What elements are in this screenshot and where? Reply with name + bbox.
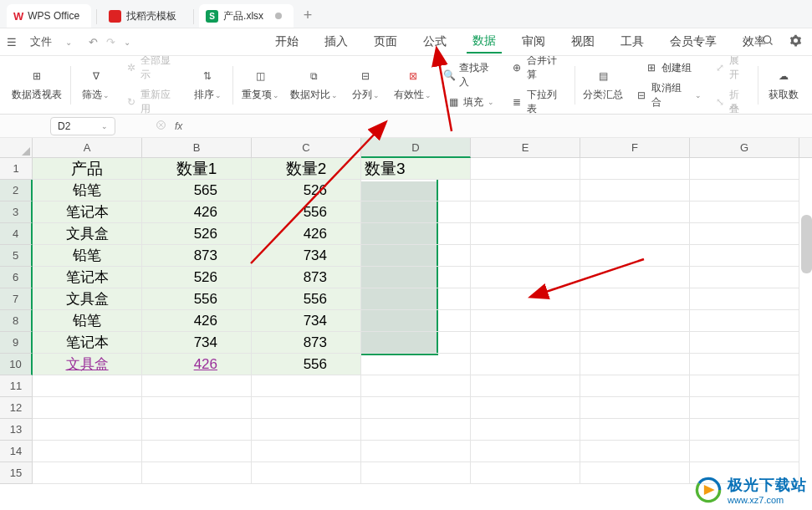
fx-icon[interactable]: fx xyxy=(175,120,182,132)
cell[interactable]: 426 xyxy=(142,201,252,223)
cell[interactable]: 734 xyxy=(252,310,361,332)
cell[interactable] xyxy=(690,310,799,332)
cell[interactable] xyxy=(361,332,471,354)
cell[interactable] xyxy=(361,223,471,245)
group-button[interactable]: ⊞创建组 xyxy=(635,61,702,75)
ungroup-button[interactable]: ⊟取消组合⌄ xyxy=(635,81,702,110)
row-header[interactable]: 15 xyxy=(0,462,33,484)
cell[interactable] xyxy=(690,354,799,375)
formula-input[interactable] xyxy=(182,117,812,135)
row-header[interactable]: 1 xyxy=(0,158,33,180)
vertical-scrollbar[interactable] xyxy=(801,215,812,273)
merge-calc-button[interactable]: ⊕合并计算 xyxy=(510,54,566,82)
cell[interactable] xyxy=(580,223,690,245)
fill-button[interactable]: ▦填充⌄ xyxy=(443,95,499,110)
row-header[interactable]: 8 xyxy=(0,310,33,332)
settings-icon[interactable] xyxy=(789,34,802,50)
cell[interactable] xyxy=(361,354,471,375)
menu-member[interactable]: 会员专享 xyxy=(664,31,723,53)
filter-button[interactable]: ∇筛选⌄ xyxy=(79,68,113,102)
menu-page[interactable]: 页面 xyxy=(368,31,403,53)
fetch-data-button[interactable]: ☁获取数 xyxy=(767,68,800,102)
cell[interactable]: 产品 xyxy=(33,158,142,180)
compare-button[interactable]: ⧉数据对比⌄ xyxy=(291,68,338,102)
cell[interactable] xyxy=(690,288,799,310)
cell[interactable] xyxy=(471,332,580,354)
reapply-button[interactable]: ↻重新应用 xyxy=(125,88,180,116)
duplicates-button[interactable]: ◫重复项⌄ xyxy=(242,68,278,102)
col-header[interactable]: G xyxy=(690,138,799,158)
cell[interactable]: 426 xyxy=(252,223,361,245)
dropdown-list-button[interactable]: ≣下拉列表 xyxy=(510,88,566,116)
find-input-button[interactable]: 🔍查找录入 xyxy=(443,61,499,89)
row-header[interactable]: 14 xyxy=(0,441,33,462)
cell[interactable] xyxy=(361,267,471,288)
col-header[interactable]: B xyxy=(142,138,252,158)
cell[interactable]: 556 xyxy=(142,288,252,310)
row-header[interactable]: 5 xyxy=(0,245,33,267)
row-header[interactable]: 7 xyxy=(0,288,33,310)
menu-formula[interactable]: 公式 xyxy=(417,31,452,53)
cell[interactable] xyxy=(580,180,690,201)
cell[interactable] xyxy=(580,288,690,310)
cell[interactable]: 734 xyxy=(142,332,252,354)
cell[interactable]: 铅笔 xyxy=(33,180,142,201)
cell[interactable] xyxy=(471,201,580,223)
col-header[interactable]: H xyxy=(799,138,812,158)
cell[interactable]: 文具盒 xyxy=(33,354,142,375)
cell[interactable]: 556 xyxy=(252,288,361,310)
row-header[interactable]: 2 xyxy=(0,180,33,201)
row-header[interactable]: 11 xyxy=(0,375,33,397)
cell[interactable] xyxy=(580,354,690,375)
menu-start[interactable]: 开始 xyxy=(269,31,304,53)
cell[interactable]: 数量3 xyxy=(361,158,471,180)
cells[interactable]: 产品 数量1 数量2 数量3 铅笔565526笔记本426556文具盒52642… xyxy=(33,158,799,484)
row-header[interactable]: 4 xyxy=(0,223,33,245)
app-tab-file[interactable]: S 产品.xlsx xyxy=(199,4,294,28)
cell[interactable] xyxy=(690,158,799,180)
cell[interactable]: 铅笔 xyxy=(33,310,142,332)
cell[interactable]: 笔记本 xyxy=(33,332,142,354)
cell[interactable]: 526 xyxy=(142,267,252,288)
select-all-corner[interactable] xyxy=(0,138,33,158)
row-header[interactable]: 13 xyxy=(0,419,33,441)
cell[interactable] xyxy=(361,201,471,223)
new-tab-button[interactable]: + xyxy=(297,4,319,26)
col-header[interactable]: A xyxy=(33,138,142,158)
cell[interactable] xyxy=(690,223,799,245)
sort-button[interactable]: ⇅排序⌄ xyxy=(191,68,224,102)
row-header[interactable]: 6 xyxy=(0,267,33,288)
cell[interactable]: 426 xyxy=(142,310,252,332)
cell[interactable]: 数量2 xyxy=(252,158,361,180)
cell[interactable]: 数量1 xyxy=(142,158,252,180)
search-icon[interactable] xyxy=(762,34,774,50)
col-header[interactable]: D xyxy=(361,138,471,158)
cell[interactable] xyxy=(580,332,690,354)
pivot-button[interactable]: ⊞数据透视表 xyxy=(12,68,62,102)
cell[interactable]: 笔记本 xyxy=(33,267,142,288)
menu-view[interactable]: 视图 xyxy=(565,31,600,53)
cell[interactable]: 873 xyxy=(142,245,252,267)
row-header[interactable]: 10 xyxy=(0,354,33,375)
cell[interactable] xyxy=(471,245,580,267)
cell[interactable] xyxy=(471,288,580,310)
cell[interactable] xyxy=(580,245,690,267)
cell[interactable] xyxy=(471,310,580,332)
subtotal-button[interactable]: ▤分类汇总 xyxy=(584,68,623,102)
cell[interactable]: 文具盒 xyxy=(33,288,142,310)
col-header[interactable]: C xyxy=(252,138,361,158)
cell[interactable] xyxy=(580,267,690,288)
cell[interactable] xyxy=(361,288,471,310)
app-tab-template[interactable]: 找稻壳模板 xyxy=(102,4,188,28)
show-all-button[interactable]: ✲全部显示 xyxy=(125,54,180,82)
cell[interactable] xyxy=(690,180,799,201)
cell[interactable] xyxy=(690,245,799,267)
cell[interactable]: 426 xyxy=(142,354,252,375)
cell[interactable]: 873 xyxy=(252,332,361,354)
cell[interactable] xyxy=(580,201,690,223)
cell[interactable] xyxy=(690,332,799,354)
menu-data[interactable]: 数据 xyxy=(467,30,502,54)
menu-tools[interactable]: 工具 xyxy=(615,31,650,53)
menu-review[interactable]: 审阅 xyxy=(516,31,551,53)
cell[interactable]: 556 xyxy=(252,201,361,223)
